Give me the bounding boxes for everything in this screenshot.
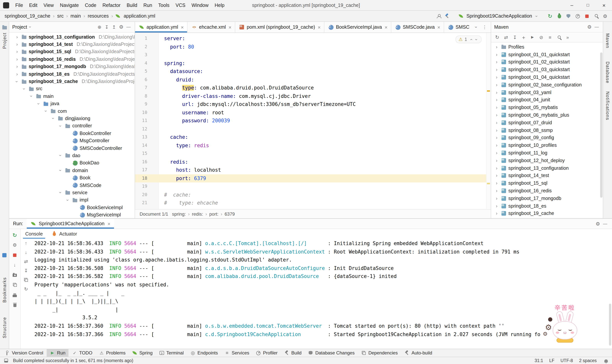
- maven-item-springboot-01-04-quickstart[interactable]: ›mspringboot_01_04_quickstart: [491, 73, 603, 81]
- maven-item-springboot-03-yaml[interactable]: ›mspringboot_03_yaml: [491, 89, 603, 96]
- tree-item-smscode[interactable]: ›CSMSCode: [9, 182, 135, 189]
- maven-item-springboot-06-mybatis-plus[interactable]: ›mspringboot_06_mybatis_plus: [491, 111, 603, 119]
- menu-run[interactable]: Run: [140, 0, 155, 10]
- editor-scrollbar[interactable]: [486, 33, 491, 209]
- toolwindow-button-profiler[interactable]: Profiler: [253, 349, 280, 357]
- editor-tab-bookserviceimpl-java[interactable]: CBookServiceImpl.java×: [324, 22, 391, 32]
- tree-chevron-icon[interactable]: ›: [494, 120, 499, 125]
- toolwindow-button-auto-build[interactable]: Auto-build: [401, 349, 435, 357]
- scroll-down-icon[interactable]: ↓: [11, 262, 18, 268]
- logger-link[interactable]: com.alibaba.druid.pool.DruidDataSource: [205, 273, 319, 279]
- menu-help[interactable]: Help: [212, 0, 227, 10]
- editor-line-1[interactable]: 1server:: [135, 34, 491, 43]
- editor-line-18[interactable]: 18 port: 6379: [135, 174, 491, 182]
- settings-icon[interactable]: ⚙: [595, 221, 601, 227]
- close-icon[interactable]: ×: [385, 25, 387, 30]
- tree-chevron-icon[interactable]: ›: [51, 116, 56, 121]
- breadcrumb-item-springboot-19-cache[interactable]: springboot_19_cache: [4, 13, 51, 19]
- users-icon[interactable]: [436, 13, 442, 19]
- history-icon[interactable]: ↻: [23, 286, 29, 292]
- editor-tab-pom-xml-springboot-19-cache[interactable]: mpom.xml (springboot_19_cache)×: [235, 22, 324, 32]
- tree-chevron-icon[interactable]: ›: [58, 153, 63, 158]
- tree-chevron-icon[interactable]: ›: [494, 90, 499, 95]
- tree-chevron-icon[interactable]: ›: [494, 173, 499, 178]
- tree-item-com[interactable]: ›com: [9, 107, 135, 115]
- next-warning-icon[interactable]: ›: [474, 38, 479, 41]
- settings-icon[interactable]: ⚙: [118, 24, 124, 30]
- breadcrumb-item-resources[interactable]: resources: [87, 13, 110, 19]
- editor-line-8[interactable]: 8 driver-class-name: com.mysql.cj.jdbc.D…: [135, 92, 491, 100]
- restore-layout-icon[interactable]: [11, 282, 18, 288]
- editor-line-2[interactable]: 2 port: 80: [135, 43, 491, 51]
- maven-item-springboot-09-config[interactable]: ›mspringboot_09_config: [491, 134, 603, 142]
- editor-line-17[interactable]: 17 host: localhost: [135, 166, 491, 174]
- editor-line-3[interactable]: 3: [135, 51, 491, 59]
- clear-icon[interactable]: [11, 302, 18, 308]
- split-icon[interactable]: [23, 277, 29, 283]
- editor-line-14[interactable]: 14 type: redis: [135, 141, 491, 150]
- tree-chevron-icon[interactable]: ›: [14, 42, 19, 47]
- tool-stripe-database[interactable]: Database: [605, 62, 610, 83]
- inspections-widget[interactable]: ⚠ 1 › ›: [455, 36, 481, 43]
- maven-item-springboot-01-01-quickstart[interactable]: ›mspringboot_01_01_quickstart: [491, 51, 603, 58]
- tree-chevron-icon[interactable]: ›: [14, 49, 19, 54]
- build-hammer-icon[interactable]: [444, 13, 450, 19]
- tree-item-springboot-19-cache[interactable]: ›springboot_19_cacheD:\DingJiaxiong\Idea…: [9, 78, 135, 85]
- status-item-lf[interactable]: LF: [549, 358, 554, 363]
- tree-item-service[interactable]: ›service: [9, 189, 135, 196]
- maven-scrollbar[interactable]: [600, 52, 602, 198]
- tree-chevron-icon[interactable]: ›: [494, 45, 499, 50]
- thread-dump-icon[interactable]: [11, 272, 18, 278]
- tree-chevron-icon[interactable]: ›: [494, 203, 499, 208]
- tree-chevron-icon[interactable]: ›: [58, 168, 63, 173]
- more-vertical-icon[interactable]: ⋮: [481, 24, 488, 30]
- chevron-down-icon[interactable]: ›: [473, 24, 479, 30]
- toolwindow-toggle-icon[interactable]: [3, 358, 9, 364]
- hide-icon[interactable]: —: [602, 221, 608, 227]
- tree-chevron-icon[interactable]: ›: [494, 52, 499, 57]
- tree-chevron-icon[interactable]: ›: [44, 109, 49, 114]
- minimize-icon[interactable]: –: [564, 0, 580, 10]
- maven-item-springboot-01-02-quickstart[interactable]: ›mspringboot_01_02_quickstart: [491, 58, 603, 66]
- tree-chevron-icon[interactable]: ›: [494, 135, 499, 140]
- tree-item-springboot-13-configuration[interactable]: ›springboot_13_configurationD:\DingJiaxi…: [9, 33, 135, 41]
- tool-stripe-structure[interactable]: Structure: [2, 317, 7, 338]
- toolwindow-button-spring[interactable]: Spring: [129, 349, 156, 357]
- menu-refactor[interactable]: Refactor: [99, 0, 124, 10]
- settings-icon[interactable]: ⚙: [586, 24, 593, 30]
- logger-link[interactable]: o.s.b.w.embedded.tomcat.TomcatWebServer: [205, 323, 322, 329]
- tree-chevron-icon[interactable]: ›: [494, 67, 499, 72]
- search-everywhere-icon[interactable]: [593, 13, 599, 19]
- soft-wrap-icon[interactable]: ⇄: [23, 259, 29, 265]
- menu-window[interactable]: Window: [188, 0, 212, 10]
- maven-item-springboot-14-test[interactable]: ›mspringboot_14_test: [491, 172, 603, 180]
- prev-warning-icon[interactable]: ›: [468, 38, 473, 41]
- tree-item-main[interactable]: ›main: [9, 92, 135, 100]
- project-panel-title[interactable]: Project: [12, 24, 27, 30]
- tree-item-bookdao[interactable]: ›IBookDao: [9, 159, 135, 167]
- tree-chevron-icon[interactable]: ›: [58, 190, 63, 195]
- status-item-31-1[interactable]: 31:1: [534, 358, 543, 363]
- maven-item-springboot-12-hot-deploy[interactable]: ›mspringboot_12_hot_deploy: [491, 157, 603, 164]
- tab-actuator[interactable]: Actuator: [47, 229, 81, 239]
- tool-stripe-maven[interactable]: Maven: [605, 33, 610, 48]
- maven-item-springboot-19-cache[interactable]: ›mspringboot_19_cache: [491, 210, 603, 217]
- tree-item-dao[interactable]: ›dao: [9, 152, 135, 159]
- tree-chevron-icon[interactable]: ›: [494, 188, 499, 193]
- add-maven-project-icon[interactable]: +: [520, 34, 527, 40]
- tree-item-domain[interactable]: ›domain: [9, 167, 135, 174]
- editor-line-13[interactable]: 13 cache:: [135, 133, 491, 141]
- yaml-path-item[interactable]: port:: [209, 211, 218, 217]
- yaml-path-item[interactable]: 6379: [225, 211, 235, 217]
- down-stack-icon[interactable]: ↓: [23, 249, 29, 255]
- warning-stripe-mark[interactable]: [487, 90, 490, 92]
- maven-settings-icon[interactable]: ≡: [547, 34, 553, 40]
- locate-file-icon[interactable]: ⊕: [96, 24, 103, 30]
- maven-item-profiles[interactable]: ›Profiles: [491, 43, 603, 51]
- menu-tools[interactable]: Tools: [155, 0, 173, 10]
- tree-chevron-icon[interactable]: ›: [14, 72, 19, 77]
- yaml-path-item[interactable]: redis:: [192, 211, 203, 217]
- tree-chevron-icon[interactable]: ›: [14, 79, 19, 84]
- tree-chevron-icon[interactable]: ›: [14, 34, 19, 39]
- breadcrumb-item-application-yml[interactable]: application.yml: [123, 13, 156, 19]
